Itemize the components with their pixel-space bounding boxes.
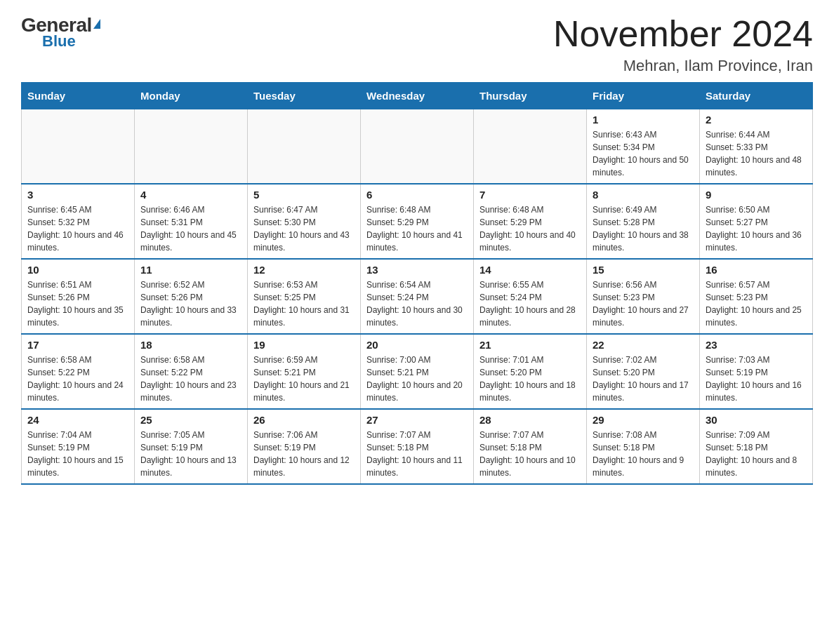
day-cell: 26Sunrise: 7:06 AMSunset: 5:19 PMDayligh… xyxy=(248,409,361,484)
day-info: Sunrise: 7:07 AMSunset: 5:18 PMDaylight:… xyxy=(479,429,581,479)
day-number: 28 xyxy=(479,414,581,426)
day-cell: 2Sunrise: 6:44 AMSunset: 5:33 PMDaylight… xyxy=(700,109,813,185)
header-cell-wednesday: Wednesday xyxy=(361,83,474,109)
day-info: Sunrise: 7:08 AMSunset: 5:18 PMDaylight:… xyxy=(593,429,694,479)
day-cell: 17Sunrise: 6:58 AMSunset: 5:22 PMDayligh… xyxy=(22,334,135,409)
day-number: 30 xyxy=(706,414,807,426)
day-cell xyxy=(22,109,135,185)
day-number: 26 xyxy=(253,414,355,426)
day-number: 10 xyxy=(27,264,128,276)
day-cell: 27Sunrise: 7:07 AMSunset: 5:18 PMDayligh… xyxy=(361,409,474,484)
header-cell-saturday: Saturday xyxy=(700,83,813,109)
day-number: 12 xyxy=(253,264,355,276)
day-info: Sunrise: 6:44 AMSunset: 5:33 PMDaylight:… xyxy=(706,128,807,179)
header-cell-monday: Monday xyxy=(135,83,248,109)
day-info: Sunrise: 6:51 AMSunset: 5:26 PMDaylight:… xyxy=(27,279,128,329)
day-info: Sunrise: 6:50 AMSunset: 5:27 PMDaylight:… xyxy=(706,203,807,254)
day-cell: 15Sunrise: 6:56 AMSunset: 5:23 PMDayligh… xyxy=(587,259,700,334)
day-info: Sunrise: 6:46 AMSunset: 5:31 PMDaylight:… xyxy=(140,203,241,254)
calendar-body: 1Sunrise: 6:43 AMSunset: 5:34 PMDaylight… xyxy=(22,109,813,485)
day-info: Sunrise: 6:45 AMSunset: 5:32 PMDaylight:… xyxy=(27,203,128,254)
day-info: Sunrise: 6:47 AMSunset: 5:30 PMDaylight:… xyxy=(253,203,355,254)
day-cell: 24Sunrise: 7:04 AMSunset: 5:19 PMDayligh… xyxy=(22,409,135,484)
day-number: 2 xyxy=(706,114,807,126)
day-info: Sunrise: 7:03 AMSunset: 5:19 PMDaylight:… xyxy=(706,354,807,404)
day-info: Sunrise: 7:06 AMSunset: 5:19 PMDaylight:… xyxy=(253,429,355,479)
day-info: Sunrise: 7:09 AMSunset: 5:18 PMDaylight:… xyxy=(706,429,807,479)
calendar-subtitle: Mehran, Ilam Province, Iran xyxy=(553,57,813,75)
day-number: 6 xyxy=(366,189,468,201)
day-number: 29 xyxy=(593,414,694,426)
day-number: 25 xyxy=(140,414,241,426)
calendar-title-block: November 2024 Mehran, Ilam Province, Ira… xyxy=(553,14,813,75)
week-row-4: 17Sunrise: 6:58 AMSunset: 5:22 PMDayligh… xyxy=(22,334,813,409)
day-cell: 9Sunrise: 6:50 AMSunset: 5:27 PMDaylight… xyxy=(700,184,813,259)
day-cell: 23Sunrise: 7:03 AMSunset: 5:19 PMDayligh… xyxy=(700,334,813,409)
calendar-header: SundayMondayTuesdayWednesdayThursdayFrid… xyxy=(22,83,813,109)
day-number: 5 xyxy=(253,189,355,201)
calendar-table: SundayMondayTuesdayWednesdayThursdayFrid… xyxy=(21,82,813,485)
day-cell xyxy=(474,109,587,185)
week-row-1: 1Sunrise: 6:43 AMSunset: 5:34 PMDaylight… xyxy=(22,109,813,185)
day-cell: 1Sunrise: 6:43 AMSunset: 5:34 PMDaylight… xyxy=(587,109,700,185)
calendar-title: November 2024 xyxy=(553,14,813,54)
page-header: General Blue November 2024 Mehran, Ilam … xyxy=(21,14,813,75)
week-row-5: 24Sunrise: 7:04 AMSunset: 5:19 PMDayligh… xyxy=(22,409,813,484)
day-info: Sunrise: 7:04 AMSunset: 5:19 PMDaylight:… xyxy=(27,429,128,479)
day-info: Sunrise: 7:02 AMSunset: 5:20 PMDaylight:… xyxy=(593,354,694,404)
day-info: Sunrise: 7:05 AMSunset: 5:19 PMDaylight:… xyxy=(140,429,241,479)
day-info: Sunrise: 6:55 AMSunset: 5:24 PMDaylight:… xyxy=(479,279,581,329)
logo: General Blue xyxy=(21,14,100,51)
day-number: 4 xyxy=(140,189,241,201)
day-number: 15 xyxy=(593,264,694,276)
day-cell: 8Sunrise: 6:49 AMSunset: 5:28 PMDaylight… xyxy=(587,184,700,259)
logo-blue-text: Blue xyxy=(42,32,76,51)
day-info: Sunrise: 6:58 AMSunset: 5:22 PMDaylight:… xyxy=(140,354,241,404)
header-cell-thursday: Thursday xyxy=(474,83,587,109)
day-number: 1 xyxy=(593,114,694,126)
day-number: 24 xyxy=(27,414,128,426)
day-cell: 21Sunrise: 7:01 AMSunset: 5:20 PMDayligh… xyxy=(474,334,587,409)
day-number: 22 xyxy=(593,339,694,351)
day-number: 13 xyxy=(366,264,468,276)
header-cell-sunday: Sunday xyxy=(22,83,135,109)
week-row-2: 3Sunrise: 6:45 AMSunset: 5:32 PMDaylight… xyxy=(22,184,813,259)
day-number: 7 xyxy=(479,189,581,201)
day-info: Sunrise: 6:48 AMSunset: 5:29 PMDaylight:… xyxy=(366,203,468,254)
header-row: SundayMondayTuesdayWednesdayThursdayFrid… xyxy=(22,83,813,109)
day-number: 23 xyxy=(706,339,807,351)
day-cell: 3Sunrise: 6:45 AMSunset: 5:32 PMDaylight… xyxy=(22,184,135,259)
day-cell: 25Sunrise: 7:05 AMSunset: 5:19 PMDayligh… xyxy=(135,409,248,484)
day-info: Sunrise: 6:54 AMSunset: 5:24 PMDaylight:… xyxy=(366,279,468,329)
week-row-3: 10Sunrise: 6:51 AMSunset: 5:26 PMDayligh… xyxy=(22,259,813,334)
day-number: 18 xyxy=(140,339,241,351)
day-cell: 20Sunrise: 7:00 AMSunset: 5:21 PMDayligh… xyxy=(361,334,474,409)
day-info: Sunrise: 6:53 AMSunset: 5:25 PMDaylight:… xyxy=(253,279,355,329)
day-cell: 12Sunrise: 6:53 AMSunset: 5:25 PMDayligh… xyxy=(248,259,361,334)
day-number: 9 xyxy=(706,189,807,201)
day-cell xyxy=(361,109,474,185)
day-info: Sunrise: 6:57 AMSunset: 5:23 PMDaylight:… xyxy=(706,279,807,329)
day-cell: 5Sunrise: 6:47 AMSunset: 5:30 PMDaylight… xyxy=(248,184,361,259)
day-number: 17 xyxy=(27,339,128,351)
header-cell-tuesday: Tuesday xyxy=(248,83,361,109)
day-number: 3 xyxy=(27,189,128,201)
day-info: Sunrise: 6:52 AMSunset: 5:26 PMDaylight:… xyxy=(140,279,241,329)
day-info: Sunrise: 6:48 AMSunset: 5:29 PMDaylight:… xyxy=(479,203,581,254)
day-number: 27 xyxy=(366,414,468,426)
day-info: Sunrise: 6:56 AMSunset: 5:23 PMDaylight:… xyxy=(593,279,694,329)
day-info: Sunrise: 6:58 AMSunset: 5:22 PMDaylight:… xyxy=(27,354,128,404)
day-number: 16 xyxy=(706,264,807,276)
day-cell: 22Sunrise: 7:02 AMSunset: 5:20 PMDayligh… xyxy=(587,334,700,409)
day-cell: 19Sunrise: 6:59 AMSunset: 5:21 PMDayligh… xyxy=(248,334,361,409)
day-number: 8 xyxy=(593,189,694,201)
day-cell xyxy=(135,109,248,185)
day-cell: 6Sunrise: 6:48 AMSunset: 5:29 PMDaylight… xyxy=(361,184,474,259)
day-cell: 30Sunrise: 7:09 AMSunset: 5:18 PMDayligh… xyxy=(700,409,813,484)
day-info: Sunrise: 6:49 AMSunset: 5:28 PMDaylight:… xyxy=(593,203,694,254)
day-info: Sunrise: 7:01 AMSunset: 5:20 PMDaylight:… xyxy=(479,354,581,404)
day-info: Sunrise: 6:43 AMSunset: 5:34 PMDaylight:… xyxy=(593,128,694,179)
day-cell: 10Sunrise: 6:51 AMSunset: 5:26 PMDayligh… xyxy=(22,259,135,334)
day-cell xyxy=(248,109,361,185)
day-number: 11 xyxy=(140,264,241,276)
